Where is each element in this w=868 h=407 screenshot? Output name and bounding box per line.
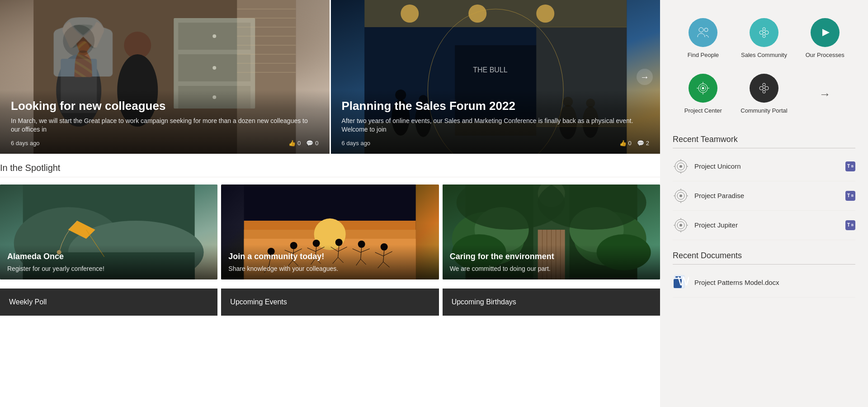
sales-community-icon <box>750 18 778 47</box>
weekly-poll-label: Weekly Poll <box>9 298 47 306</box>
svg-point-7 <box>212 66 216 70</box>
svg-text:W: W <box>678 274 689 288</box>
comment-icon: 💬 <box>306 140 313 147</box>
svg-marker-115 <box>822 29 830 36</box>
weekly-poll-bar[interactable]: Weekly Poll <box>0 289 217 316</box>
quick-links-grid: Find People Sales Community <box>673 11 855 122</box>
svg-point-136 <box>679 194 682 197</box>
svg-point-18 <box>63 25 94 57</box>
hero-card-1-date: 6 days ago <box>11 140 40 147</box>
spotlight-card-2-overlay: Join a community today! Share knowledge … <box>221 245 439 279</box>
spotlight-card-1-overlay: Alameda Once Register for our yearly con… <box>0 245 217 279</box>
project-center-label: Project Center <box>684 107 722 115</box>
find-people-icon <box>689 18 717 47</box>
hero-card-1-comments[interactable]: 💬 0 <box>306 140 318 147</box>
hero-card-1-desc: In March, we will start the Great place … <box>11 117 319 134</box>
hero-card-2-date: 6 days ago <box>342 140 371 147</box>
project-paradise-teams-badge: T B <box>845 191 855 201</box>
teamwork-item-unicorn[interactable]: Project Unicorn T B <box>673 152 855 181</box>
main-content: Looking for new colleagues In March, we … <box>0 0 660 407</box>
project-unicorn-icon <box>673 158 689 175</box>
hero-card-2[interactable]: THE BULL <box>330 0 660 154</box>
project-unicorn-teams-badge: T B <box>845 161 855 171</box>
community-portal-icon <box>750 74 778 103</box>
sales-community-label: Sales Community <box>741 52 787 59</box>
spotlight-title: In the Spotlight <box>0 163 660 177</box>
spotlight-grid: Alameda Once Register for our yearly con… <box>0 185 660 279</box>
hero-card-1[interactable]: Looking for new colleagues In March, we … <box>0 0 330 154</box>
upcoming-events-bar[interactable]: Upcoming Events <box>221 289 439 316</box>
spotlight-card-2-title: Join a community today! <box>228 252 431 261</box>
upcoming-events-label: Upcoming Events <box>230 298 287 306</box>
quick-link-community-portal[interactable]: Community Portal <box>734 66 795 122</box>
spotlight-card-3[interactable]: Caring for the environment We are commit… <box>443 185 660 279</box>
project-center-icon <box>689 74 717 103</box>
spotlight-card-3-title: Caring for the environment <box>450 252 653 261</box>
quick-link-project-center[interactable]: Project Center <box>673 66 734 122</box>
more-arrow-icon: → <box>819 87 831 101</box>
document-item-1[interactable]: W Project Patterns Model.docx <box>673 268 855 298</box>
hero-card-2-title: Planning the Sales Forum 2022 <box>342 99 650 113</box>
word-doc-icon: W <box>673 274 689 291</box>
recent-documents-section: Recent Documents W Project Patterns Mode… <box>673 251 855 298</box>
project-jupiter-name: Project Jupiter <box>694 221 840 229</box>
hero-card-2-actions: 👍 0 💬 2 <box>619 140 649 147</box>
svg-point-109 <box>699 28 703 32</box>
hero-card-2-desc: After two years of online events, our Sa… <box>342 117 650 134</box>
svg-point-110 <box>704 28 708 32</box>
spotlight-card-1-title: Alameda Once <box>7 252 210 261</box>
project-paradise-icon <box>673 188 689 204</box>
our-processes-icon <box>811 18 840 47</box>
like-icon-2: 👍 <box>619 140 627 147</box>
svg-point-114 <box>763 35 765 38</box>
quick-link-our-processes[interactable]: Our Processes <box>794 11 855 66</box>
svg-point-113 <box>763 28 765 30</box>
quick-links-more[interactable]: → <box>794 66 855 122</box>
upcoming-birthdays-bar[interactable]: Upcoming Birthdays <box>443 289 660 316</box>
spotlight-card-2-desc: Share knowledge with your colleagues. <box>228 265 431 272</box>
recent-documents-header: Recent Documents <box>673 251 855 265</box>
svg-point-125 <box>763 83 765 86</box>
like-icon: 👍 <box>288 140 296 147</box>
quick-link-find-people[interactable]: Find People <box>673 11 734 66</box>
document-1-name: Project Patterns Model.docx <box>694 279 779 286</box>
project-unicorn-name: Project Unicorn <box>694 162 840 170</box>
comment-icon-2: 💬 <box>637 140 644 147</box>
project-jupiter-icon <box>673 217 689 233</box>
svg-point-126 <box>763 90 765 93</box>
spotlight-section: In the Spotlight <box>0 154 660 285</box>
hero-card-1-footer: 6 days ago 👍 0 💬 0 <box>11 140 319 147</box>
our-processes-label: Our Processes <box>806 52 844 59</box>
hero-card-1-overlay: Looking for new colleagues In March, we … <box>0 90 330 154</box>
sidebar: Find People Sales Community <box>660 0 868 407</box>
project-paradise-name: Project Paradise <box>694 192 840 199</box>
spotlight-card-1[interactable]: Alameda Once Register for our yearly con… <box>0 185 217 279</box>
svg-text:THE BULL: THE BULL <box>473 66 508 74</box>
community-portal-label: Community Portal <box>741 107 787 115</box>
svg-point-129 <box>679 165 682 168</box>
quick-link-sales-community[interactable]: Sales Community <box>734 11 795 66</box>
hero-card-2-likes[interactable]: 👍 0 <box>619 140 632 147</box>
hero-card-1-title: Looking for new colleagues <box>11 99 319 113</box>
find-people-label: Find People <box>688 52 719 59</box>
teamwork-item-paradise[interactable]: Project Paradise T B <box>673 181 855 211</box>
svg-point-26 <box>401 5 419 23</box>
svg-point-124 <box>765 86 769 90</box>
spotlight-card-3-desc: We are committed to doing our part. <box>450 265 653 272</box>
svg-point-111 <box>760 31 763 34</box>
hero-banner: Looking for new colleagues In March, we … <box>0 0 660 154</box>
hero-card-2-comments[interactable]: 💬 2 <box>637 140 649 147</box>
svg-point-28 <box>536 5 554 23</box>
spotlight-card-2[interactable]: Join a community today! Share knowledge … <box>221 185 439 279</box>
hero-card-1-likes[interactable]: 👍 0 <box>288 140 301 147</box>
svg-point-6 <box>212 34 216 38</box>
svg-point-27 <box>468 5 486 23</box>
recent-teamwork-section: Recent Teamwork Project Unicorn T B <box>673 135 855 240</box>
svg-point-118 <box>702 87 704 89</box>
spotlight-card-3-overlay: Caring for the environment We are commit… <box>443 245 660 279</box>
teamwork-item-jupiter[interactable]: Project Jupiter T B <box>673 211 855 240</box>
upcoming-birthdays-label: Upcoming Birthdays <box>452 298 516 306</box>
recent-teamwork-header: Recent Teamwork <box>673 135 855 148</box>
svg-point-123 <box>760 86 763 90</box>
hero-next-button[interactable]: → <box>637 69 653 85</box>
